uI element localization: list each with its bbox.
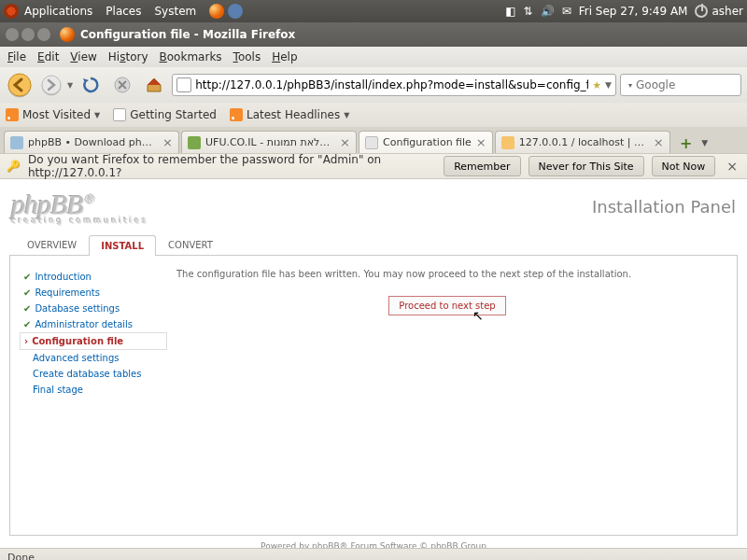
tab-configuration-file[interactable]: Configuration file× (359, 131, 493, 153)
close-icon[interactable]: × (654, 135, 664, 149)
page-title: Installation Panel (592, 197, 736, 217)
step-admin[interactable]: ✔Administrator details (20, 316, 167, 332)
gnome-menu-system[interactable]: System (154, 5, 196, 18)
gnome-top-panel: Applications Places System ◧ ⇅ 🔊 ✉ Fri S… (0, 0, 747, 22)
menu-history[interactable]: History (108, 50, 148, 63)
favicon (501, 136, 514, 149)
search-bar[interactable]: ▾ (620, 74, 741, 96)
step-introduction[interactable]: ✔Introduction (20, 269, 167, 285)
mail-icon[interactable]: ✉ (562, 5, 571, 18)
menu-file[interactable]: File (7, 50, 26, 63)
close-icon[interactable]: × (162, 135, 173, 149)
check-icon: ✔ (23, 287, 31, 298)
step-database[interactable]: ✔Database settings (20, 301, 167, 316)
bookmark-latest-headlines[interactable]: Latest Headlines▼ (230, 108, 349, 121)
site-identity-icon[interactable] (176, 77, 191, 92)
close-icon[interactable]: × (723, 159, 741, 174)
check-icon: ✔ (23, 303, 31, 314)
firefox-icon (60, 27, 75, 42)
window-minimize-button[interactable] (21, 28, 35, 41)
check-icon: ✔ (23, 272, 31, 282)
feed-icon (230, 108, 243, 121)
clock[interactable]: Fri Sep 27, 9:49 AM (579, 5, 688, 18)
firefox-launcher-icon[interactable] (209, 4, 224, 19)
page-content: phpBB®creating communities Installation … (0, 179, 747, 548)
proceed-button[interactable]: Proceed to next step (388, 296, 505, 315)
tab-ufu[interactable]: UFU.CO.IL - העלאת תמונות ...× (181, 131, 357, 153)
favicon (365, 136, 378, 149)
check-icon: ✔ (23, 319, 31, 329)
close-icon[interactable]: × (340, 135, 350, 149)
phpbb-logo: phpBB®creating communities (11, 189, 148, 225)
status-bar: Done (0, 548, 747, 560)
favicon (10, 136, 23, 149)
step-final[interactable]: Final stage (20, 382, 167, 398)
reload-button[interactable] (77, 71, 105, 99)
tab-convert[interactable]: CONVERT (156, 234, 225, 255)
all-tabs-button[interactable]: ▼ (697, 133, 713, 153)
tab-phpmyadmin[interactable]: 127.0.0.1 / localhost | php...× (495, 131, 670, 153)
network-icon[interactable]: ⇅ (524, 5, 533, 18)
password-notification-bar: 🔑 Do you want Firefox to remember the pa… (0, 153, 747, 179)
url-bar[interactable]: ★ ▼ (172, 74, 616, 96)
user-menu[interactable]: asher (695, 5, 743, 18)
url-input[interactable] (195, 78, 588, 91)
arrow-icon: › (24, 336, 28, 346)
step-advanced[interactable]: Advanced settings (20, 350, 167, 366)
bookmark-getting-started[interactable]: Getting Started (113, 108, 217, 121)
new-tab-button[interactable]: + (676, 133, 697, 153)
install-steps: ✔Introduction ✔Requirements ✔Database se… (20, 269, 167, 522)
window-titlebar: Configuration file - Mozilla Firefox (0, 22, 747, 47)
tab-install[interactable]: INSTALL (89, 235, 156, 256)
ubuntu-logo-icon[interactable] (4, 4, 19, 19)
url-dropdown-icon[interactable]: ▼ (605, 80, 612, 90)
page-icon (113, 108, 126, 121)
step-create-tables[interactable]: Create database tables (20, 366, 167, 382)
status-text: Done (7, 552, 35, 560)
close-icon[interactable]: × (476, 135, 486, 149)
window-title: Configuration file - Mozilla Firefox (80, 28, 295, 41)
notification-message: Do you want Firefox to remember the pass… (28, 153, 436, 179)
bookmarks-toolbar: Most Visited▼ Getting Started Latest Hea… (0, 103, 747, 127)
feed-icon (6, 108, 19, 121)
menu-tools[interactable]: Tools (233, 50, 261, 63)
footer-text: Powered by phpBB® Forum Software © phpBB… (9, 541, 738, 548)
home-button[interactable] (140, 71, 168, 99)
forward-button[interactable] (37, 71, 65, 99)
update-notifier-icon[interactable]: ◧ (505, 5, 515, 18)
svg-point-0 (8, 74, 31, 96)
search-input[interactable] (636, 78, 747, 91)
volume-icon[interactable]: 🔊 (541, 5, 555, 18)
tab-phpbb-download[interactable]: phpBB • Download phpBB3× (4, 131, 179, 153)
step-config-file[interactable]: ›Configuration file (20, 332, 167, 350)
window-maximize-button[interactable] (37, 28, 50, 41)
tab-strip: phpBB • Download phpBB3× UFU.CO.IL - העל… (0, 127, 747, 153)
svg-point-1 (42, 76, 61, 94)
key-icon: 🔑 (6, 159, 21, 174)
nav-toolbar: ▼ ★ ▼ ▾ (0, 67, 747, 103)
tab-overview[interactable]: OVERVIEW (15, 234, 89, 255)
never-button[interactable]: Never for This Site (529, 156, 644, 176)
history-dropdown-icon[interactable]: ▼ (67, 81, 73, 90)
gnome-menu-places[interactable]: Places (106, 5, 141, 18)
info-text: The configuration file has been written.… (176, 269, 718, 279)
power-icon (695, 5, 708, 18)
not-now-button[interactable]: Not Now (652, 156, 716, 176)
menu-edit[interactable]: Edit (37, 50, 59, 63)
bookmark-star-icon[interactable]: ★ (592, 79, 601, 91)
remember-button[interactable]: Remember (444, 156, 520, 176)
window-close-button[interactable] (6, 28, 19, 41)
bookmark-most-visited[interactable]: Most Visited▼ (6, 108, 100, 121)
menu-view[interactable]: View (70, 50, 96, 63)
search-engine-dropdown-icon[interactable]: ▾ (628, 81, 632, 90)
menu-bookmarks[interactable]: Bookmarks (160, 50, 222, 63)
system-tray: ◧ ⇅ 🔊 ✉ Fri Sep 27, 9:49 AM asher (505, 5, 743, 18)
gnome-menu-applications[interactable]: Applications (24, 5, 92, 18)
help-launcher-icon[interactable] (228, 4, 243, 19)
back-button[interactable] (6, 71, 34, 99)
firefox-menubar: File Edit View History Bookmarks Tools H… (0, 47, 747, 67)
install-tabs: OVERVIEW INSTALL CONVERT (9, 234, 738, 256)
menu-help[interactable]: Help (272, 50, 297, 63)
step-requirements[interactable]: ✔Requirements (20, 285, 167, 301)
stop-button[interactable] (108, 71, 136, 99)
